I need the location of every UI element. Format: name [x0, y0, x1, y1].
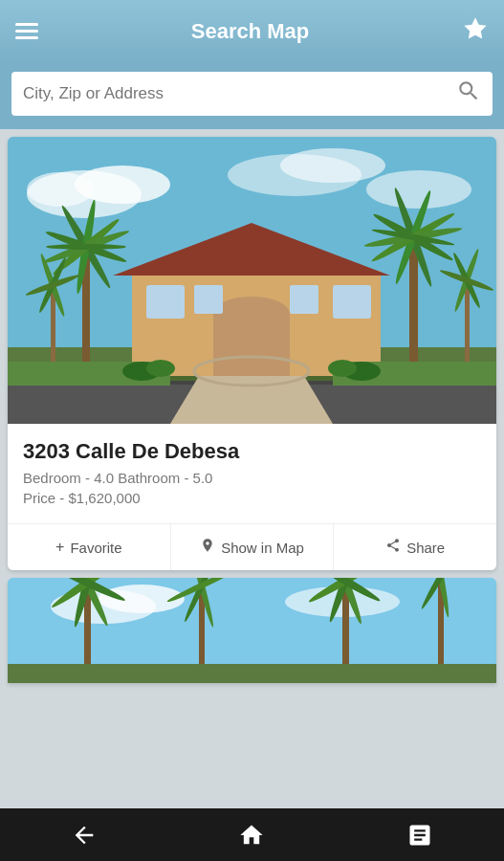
svg-rect-17 — [290, 285, 318, 314]
bottom-nav — [0, 808, 504, 861]
property-image-2-partial — [8, 578, 496, 683]
search-input[interactable] — [23, 84, 456, 103]
share-button[interactable]: Share — [334, 524, 496, 570]
property-price-1: Price - $1,620,000 — [23, 490, 481, 506]
hamburger-line-2 — [15, 30, 38, 33]
favorite-label: Favorite — [70, 540, 121, 556]
svg-point-47 — [146, 360, 175, 377]
recents-button[interactable] — [391, 816, 449, 854]
menu-icon[interactable] — [15, 23, 38, 39]
favorite-star-icon[interactable] — [462, 15, 489, 48]
svg-point-48 — [328, 360, 357, 377]
svg-rect-16 — [194, 285, 223, 314]
hamburger-line-3 — [15, 36, 38, 39]
property-address-1: 3203 Calle De Debesa — [23, 439, 481, 464]
location-pin-icon — [200, 538, 215, 557]
svg-point-3 — [27, 172, 94, 207]
header: Search Map — [0, 0, 504, 62]
home-button[interactable] — [223, 816, 280, 854]
svg-rect-35 — [51, 290, 55, 366]
svg-point-5 — [280, 148, 385, 183]
property-info-1: 3203 Calle De Debesa Bedroom - 4.0 Bathr… — [8, 424, 496, 523]
svg-rect-70 — [8, 664, 496, 683]
property-image-1[interactable] — [8, 137, 496, 424]
back-button[interactable] — [55, 816, 113, 854]
search-bar — [11, 72, 493, 116]
search-icon[interactable] — [456, 78, 481, 109]
property-details-1: Bedroom - 4.0 Bathroom - 5.0 — [23, 470, 481, 486]
share-icon — [385, 538, 401, 557]
show-in-map-button[interactable]: Show in Map — [171, 524, 335, 570]
hamburger-line-1 — [15, 23, 38, 26]
svg-rect-15 — [146, 285, 185, 319]
content-area: 3203 Calle De Debesa Bedroom - 4.0 Bathr… — [0, 129, 504, 808]
svg-rect-18 — [333, 285, 371, 319]
page-title: Search Map — [191, 19, 310, 44]
property-card-2-partial[interactable] — [8, 578, 496, 683]
svg-point-14 — [213, 297, 290, 331]
plus-icon: + — [55, 539, 64, 556]
svg-point-6 — [366, 170, 471, 209]
svg-marker-19 — [170, 376, 333, 424]
svg-rect-28 — [409, 242, 418, 366]
share-label: Share — [406, 540, 445, 556]
property-card-1: 3203 Calle De Debesa Bedroom - 4.0 Bathr… — [8, 137, 496, 570]
favorite-button[interactable]: + Favorite — [8, 524, 171, 570]
property-actions-1: + Favorite Show in Map Share — [8, 523, 496, 570]
show-in-map-label: Show in Map — [221, 540, 304, 556]
search-bar-container — [0, 62, 504, 129]
svg-point-27 — [46, 244, 126, 250]
svg-rect-39 — [465, 285, 470, 366]
